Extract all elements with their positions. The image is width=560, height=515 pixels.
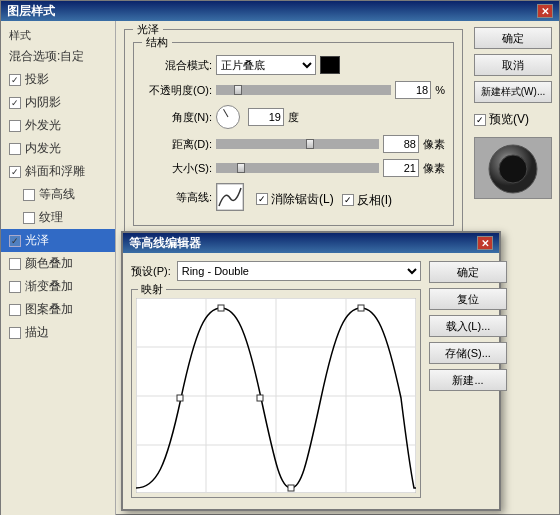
sidebar-item-texture-label: 纹理 — [39, 209, 63, 226]
sub-close-button[interactable]: ✕ — [477, 236, 493, 250]
sidebar: 样式 混合选项:自定 投影 内阴影 外发光 内发光 斜面和浮雕 等高线 — [1, 21, 116, 515]
preset-select[interactable]: Ring - Double — [177, 261, 421, 281]
sidebar-item-texture[interactable]: 纹理 — [1, 206, 115, 229]
preview-box — [474, 137, 552, 199]
contour-thumb[interactable] — [216, 183, 244, 211]
sidebar-item-bevel-label: 斜面和浮雕 — [25, 163, 85, 180]
preset-row: 预设(P): Ring - Double — [131, 261, 421, 281]
main-title: 图层样式 — [7, 3, 55, 20]
distance-label: 距离(D): — [142, 137, 212, 152]
sidebar-item-gradoverlay[interactable]: 渐变叠加 — [1, 275, 115, 298]
innershadow-checkbox[interactable] — [9, 97, 21, 109]
sidebar-item-contour-label: 等高线 — [39, 186, 75, 203]
opacity-row: 不透明度(O): % — [142, 81, 445, 99]
shadow-checkbox[interactable] — [9, 74, 21, 86]
stroke-checkbox[interactable] — [9, 327, 21, 339]
size-unit: 像素 — [423, 161, 445, 176]
size-label: 大小(S): — [142, 161, 212, 176]
sub-dialog-title: 等高线编辑器 — [129, 235, 201, 252]
antialias-check-item: ✓ 消除锯齿(L) — [256, 190, 334, 209]
sidebar-item-shadow[interactable]: 投影 — [1, 68, 115, 91]
coloroverlay-checkbox[interactable] — [9, 258, 21, 270]
svg-rect-11 — [288, 485, 294, 491]
sidebar-item-innerglow-label: 内发光 — [25, 140, 61, 157]
sidebar-item-outerglow-label: 外发光 — [25, 117, 61, 134]
sub-ok-button[interactable]: 确定 — [429, 261, 507, 283]
preview-label: 预览(V) — [489, 111, 529, 128]
antialias-checkbox[interactable]: ✓ — [256, 193, 268, 205]
size-input[interactable] — [383, 159, 419, 177]
sidebar-label: 样式 — [1, 26, 115, 45]
sidebar-item-shadow-label: 投影 — [25, 71, 49, 88]
angle-row: 角度(N): 度 — [142, 105, 445, 129]
sidebar-item-gradoverlay-label: 渐变叠加 — [25, 278, 73, 295]
distance-input[interactable] — [383, 135, 419, 153]
distance-slider[interactable] — [216, 139, 379, 149]
sidebar-item-gloss[interactable]: 光泽 — [1, 229, 115, 252]
contour-editor-dialog: 等高线编辑器 ✕ 预设(P): Ring - Double 映射 — [121, 231, 501, 511]
svg-rect-13 — [177, 395, 183, 401]
opacity-label: 不透明度(O): — [142, 83, 212, 98]
main-dialog: 图层样式 ✕ 样式 混合选项:自定 投影 内阴影 外发光 内发光 斜面和浮雕 — [0, 0, 560, 515]
sidebar-item-gloss-label: 光泽 — [25, 232, 49, 249]
curve-canvas[interactable] — [136, 298, 416, 493]
gradoverlay-checkbox[interactable] — [9, 281, 21, 293]
outerglow-checkbox[interactable] — [9, 120, 21, 132]
angle-label: 角度(N): — [142, 110, 212, 125]
contour-preview-icon — [217, 184, 243, 210]
sub-save-button[interactable]: 存储(S)... — [429, 342, 507, 364]
gloss-checkbox[interactable] — [9, 235, 21, 247]
angle-dial[interactable] — [216, 105, 240, 129]
contour-checkbox[interactable] — [23, 189, 35, 201]
color-swatch[interactable] — [320, 56, 340, 74]
svg-rect-10 — [218, 305, 224, 311]
opacity-input[interactable] — [395, 81, 431, 99]
sub-new-button[interactable]: 新建... — [429, 369, 507, 391]
sidebar-item-bevel[interactable]: 斜面和浮雕 — [1, 160, 115, 183]
sidebar-item-preset-label: 混合选项:自定 — [9, 48, 84, 65]
preview-checkbox-row: ✓ 预览(V) — [474, 111, 554, 128]
sub-right-panel: 确定 复位 载入(L)... 存储(S)... 新建... — [429, 261, 499, 498]
sidebar-item-coloroverlay-label: 颜色叠加 — [25, 255, 73, 272]
sub-reset-button[interactable]: 复位 — [429, 288, 507, 310]
preview-checkbox[interactable]: ✓ — [474, 114, 486, 126]
contour-options: ✓ 消除锯齿(L) ✓ 反相(I) — [256, 190, 392, 209]
sidebar-item-outerglow[interactable]: 外发光 — [1, 114, 115, 137]
preview-image — [483, 141, 543, 196]
antialias-label: 消除锯齿(L) — [271, 191, 334, 208]
blend-mode-select[interactable]: 正片叠底 — [216, 55, 316, 75]
sidebar-item-coloroverlay[interactable]: 颜色叠加 — [1, 252, 115, 275]
innerglow-checkbox[interactable] — [9, 143, 21, 155]
blend-mode-row: 混合模式: 正片叠底 — [142, 55, 445, 75]
new-style-button[interactable]: 新建样式(W)... — [474, 81, 552, 103]
bevel-checkbox[interactable] — [9, 166, 21, 178]
svg-rect-12 — [358, 305, 364, 311]
sidebar-item-innershadow[interactable]: 内阴影 — [1, 91, 115, 114]
sub-load-button[interactable]: 载入(L)... — [429, 315, 507, 337]
sidebar-item-innerglow[interactable]: 内发光 — [1, 137, 115, 160]
distance-row: 距离(D): 像素 — [142, 135, 445, 153]
sidebar-item-stroke-label: 描边 — [25, 324, 49, 341]
sidebar-item-contour[interactable]: 等高线 — [1, 183, 115, 206]
angle-unit: 度 — [288, 110, 299, 125]
ok-button[interactable]: 确定 — [474, 27, 552, 49]
svg-rect-14 — [257, 395, 263, 401]
angle-hand — [223, 109, 228, 117]
invert-checkbox[interactable]: ✓ — [342, 194, 354, 206]
opacity-slider[interactable] — [216, 85, 391, 95]
sidebar-item-stroke[interactable]: 描边 — [1, 321, 115, 344]
texture-checkbox[interactable] — [23, 212, 35, 224]
preset-label: 预设(P): — [131, 264, 171, 279]
cancel-button[interactable]: 取消 — [474, 54, 552, 76]
angle-input[interactable] — [248, 108, 284, 126]
size-slider[interactable] — [216, 163, 379, 173]
structure-group: 结构 混合模式: 正片叠底 不透明度(O): — [133, 42, 454, 226]
sidebar-item-preset[interactable]: 混合选项:自定 — [1, 45, 115, 68]
patternoverlay-checkbox[interactable] — [9, 304, 21, 316]
contour-label: 等高线: — [142, 190, 212, 205]
gloss-group: 光泽 结构 混合模式: 正片叠底 不透明度(O): — [124, 29, 463, 235]
structure-title: 结构 — [142, 35, 172, 50]
right-panel: 确定 取消 新建样式(W)... ✓ 预览(V) — [469, 21, 559, 205]
main-close-button[interactable]: ✕ — [537, 4, 553, 18]
sidebar-item-patternoverlay[interactable]: 图案叠加 — [1, 298, 115, 321]
